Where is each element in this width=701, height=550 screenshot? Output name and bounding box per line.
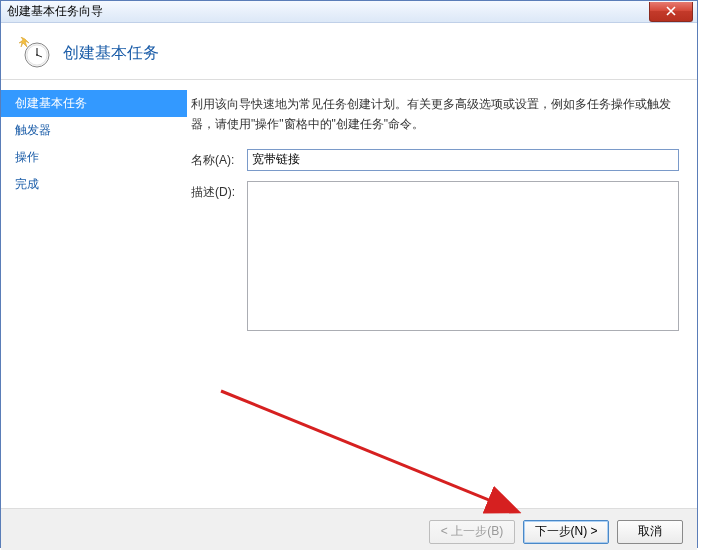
sidebar-item-trigger[interactable]: 触发器	[1, 117, 187, 144]
close-button[interactable]	[649, 2, 693, 22]
task-icon	[19, 37, 51, 69]
wizard-footer: < 上一步(B) 下一步(N) > 取消	[1, 508, 697, 550]
back-button: < 上一步(B)	[429, 520, 515, 544]
sidebar-item-label: 完成	[15, 177, 39, 191]
window-title: 创建基本任务向导	[7, 3, 103, 20]
cancel-button[interactable]: 取消	[617, 520, 683, 544]
wizard-body: 创建基本任务 触发器 操作 完成 利用该向导快速地为常见任务创建计划。有关更多高…	[1, 80, 697, 508]
intro-text: 利用该向导快速地为常见任务创建计划。有关更多高级选项或设置，例如多任务操作或触发…	[191, 94, 679, 135]
wizard-window: 创建基本任务向导 创建基本任务 创建基本任务 触发器	[0, 0, 698, 548]
close-icon	[666, 6, 676, 16]
sidebar-item-label: 触发器	[15, 123, 51, 137]
description-row: 描述(D):	[191, 181, 679, 331]
wizard-header: 创建基本任务	[1, 23, 697, 80]
sidebar-item-label: 创建基本任务	[15, 96, 87, 110]
sidebar-item-label: 操作	[15, 150, 39, 164]
name-input[interactable]	[247, 149, 679, 171]
sidebar-item-action[interactable]: 操作	[1, 144, 187, 171]
name-label: 名称(A):	[191, 149, 247, 169]
description-label: 描述(D):	[191, 181, 247, 201]
next-button[interactable]: 下一步(N) >	[523, 520, 609, 544]
sidebar: 创建基本任务 触发器 操作 完成	[1, 80, 187, 508]
svg-point-4	[36, 54, 38, 56]
sidebar-item-finish[interactable]: 完成	[1, 171, 187, 198]
name-row: 名称(A):	[191, 149, 679, 171]
page-title: 创建基本任务	[63, 43, 159, 64]
titlebar: 创建基本任务向导	[1, 1, 697, 23]
sidebar-item-create-task[interactable]: 创建基本任务	[1, 90, 187, 117]
description-input[interactable]	[247, 181, 679, 331]
wizard-content: 利用该向导快速地为常见任务创建计划。有关更多高级选项或设置，例如多任务操作或触发…	[187, 80, 697, 508]
